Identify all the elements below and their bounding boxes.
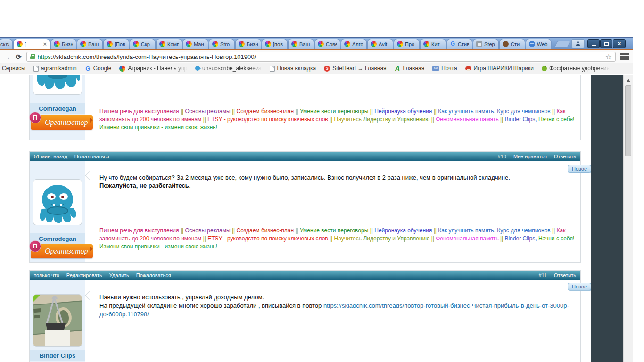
menu-icon[interactable]: [620, 53, 629, 60]
bookmark-star-icon[interactable]: ☆: [605, 52, 612, 61]
tab[interactable]: [Пов: [103, 39, 129, 49]
tab[interactable]: Кит: [420, 39, 446, 49]
vertical-scrollbar[interactable]: [623, 75, 633, 362]
tab[interactable]: Бизн: [50, 39, 76, 49]
tab[interactable]: Web: [526, 39, 552, 49]
bookmark-item[interactable]: GGoogle: [85, 65, 112, 72]
post-header-link[interactable]: Удалить: [109, 272, 129, 278]
tab[interactable]: Сове: [314, 39, 340, 49]
new-tab-button[interactable]: [554, 41, 571, 48]
tab[interactable]: Ман: [182, 39, 208, 49]
signature-link[interactable]: 200: [140, 235, 149, 242]
bookmark-item[interactable]: Аграрник - Панель упр: [119, 65, 187, 72]
signature-link[interactable]: Binder Clips,: [505, 116, 537, 123]
signature-link[interactable]: Феноменальная память: [436, 235, 498, 242]
tab[interactable]: Stro: [209, 39, 235, 49]
tab[interactable]: [×: [13, 39, 50, 49]
post-header-link[interactable]: только что: [34, 272, 59, 278]
forward-button[interactable]: →: [4, 53, 11, 60]
tab[interactable]: Сти: [499, 39, 525, 49]
signature-link[interactable]: Научитесь: [334, 116, 363, 123]
signature-link[interactable]: Научитесь: [334, 235, 363, 242]
bookmark-item[interactable]: ✉Почта: [432, 65, 457, 72]
username[interactable]: Binder Clips: [30, 350, 85, 361]
bookmark-item[interactable]: unsubscribe_alekseeva: [195, 65, 261, 72]
signature-link[interactable]: Феноменальная память: [436, 116, 498, 123]
signature-link[interactable]: Лидерству: [363, 116, 391, 123]
tab-close-icon[interactable]: ×: [43, 42, 47, 47]
tab[interactable]: Скр: [130, 39, 156, 49]
signature-link[interactable]: Создаем бизнес-план: [237, 108, 294, 115]
tab[interactable]: Ваш: [77, 39, 103, 49]
tab[interactable]: Алго: [341, 39, 367, 49]
signature-link[interactable]: человек по именам: [149, 116, 201, 123]
bookmark-label: unsubscribe_alekseeva: [202, 65, 261, 72]
bookmark-item[interactable]: agrarnikadmin: [33, 65, 77, 72]
signature-link[interactable]: Создаем бизнес-план: [237, 227, 294, 234]
tab[interactable]: скла: [0, 39, 13, 49]
tab[interactable]: GСтив: [446, 39, 472, 49]
signature-link[interactable]: Умение вести переговоры: [300, 227, 368, 234]
avatar[interactable]: [33, 294, 82, 347]
signature-link[interactable]: ETSY - руководство по поиску ключевых сл…: [207, 116, 328, 123]
signature-link[interactable]: Умение вести переговоры: [300, 108, 368, 115]
signature-link[interactable]: Нейронаука обучения: [374, 108, 432, 115]
signature-link[interactable]: Пишем речь для выступления: [99, 227, 179, 234]
post-header-link[interactable]: Пожаловаться: [74, 154, 109, 159]
tab[interactable]: Step: [473, 39, 499, 49]
post-header-link[interactable]: Ответить: [554, 272, 576, 278]
bookmark-item[interactable]: Сервисы: [2, 65, 25, 72]
avatar[interactable]: [33, 75, 82, 95]
scrollbar-thumb[interactable]: [625, 85, 631, 156]
close-button[interactable]: ×: [613, 39, 626, 48]
pinwheel-favicon-icon: [344, 41, 350, 47]
tab[interactable]: [пов: [262, 39, 288, 49]
post-header-link[interactable]: Мне нравится: [513, 154, 547, 159]
signature-link[interactable]: Как улучшить память. Курс для чемпионов: [438, 227, 550, 234]
reload-button[interactable]: ⟳: [16, 53, 22, 60]
avatar[interactable]: [33, 179, 82, 225]
tab[interactable]: Бизн: [235, 39, 261, 49]
post-header-left: только чтоРедактироватьУдалитьПожаловать…: [34, 272, 171, 278]
signature-link[interactable]: человек по именам: [149, 235, 201, 242]
maximize-button[interactable]: [600, 39, 612, 48]
bookmark-item[interactable]: Игра ШАРИКИ Шарики: [465, 65, 534, 72]
post-header-link[interactable]: Редактировать: [66, 272, 102, 278]
bookmark-item[interactable]: SSiteHeart → Главная: [324, 65, 386, 72]
address-bar[interactable]: https://skladchik.com/threads/lynda-com-…: [26, 52, 616, 62]
tab[interactable]: Ваш: [288, 39, 314, 49]
signature-link[interactable]: ETSY - руководство по поиску ключевых сл…: [207, 235, 328, 242]
signature-link[interactable]: Нейронаука обучения: [374, 227, 432, 234]
message-bubble-arrow: [85, 291, 93, 299]
tab[interactable]: Про: [394, 39, 420, 49]
bookmark-item[interactable]: Новая вкладка: [270, 65, 316, 72]
scroll-up-arrow-icon[interactable]: [627, 79, 630, 82]
signature-link[interactable]: Как улучшить память. Курс для чемпионов: [438, 108, 550, 115]
bookmark-item[interactable]: AГлавная: [395, 65, 425, 72]
signature-link[interactable]: Управлению: [397, 116, 429, 123]
pinwheel-favicon-icon: [107, 41, 113, 47]
tab[interactable]: Avit: [367, 39, 393, 49]
money-binder-clip-avatar: [33, 295, 82, 346]
signature-link[interactable]: Управлению: [397, 235, 429, 242]
signature-link[interactable]: и: [391, 116, 397, 123]
tab-title: Avit: [379, 41, 390, 47]
minimize-button[interactable]: [587, 39, 600, 48]
browser-window: скла[×БизнВаш[ПовСкрКомпМанStroБизн[повВ…: [0, 37, 633, 362]
signature: Пишем речь для выступления || Основы рек…: [99, 222, 575, 251]
signature-link[interactable]: Пишем речь для выступления: [99, 108, 179, 115]
bookmark-item[interactable]: Фосфатные удобрения: [542, 65, 610, 72]
signature-link[interactable]: Основы рекламы: [185, 227, 230, 234]
signature-link[interactable]: Лидерству: [363, 235, 391, 242]
post-header-link[interactable]: Ответить: [554, 154, 576, 159]
post-header-left: 51 мин. назадПожаловаться: [34, 154, 109, 159]
profile-button[interactable]: [571, 39, 585, 48]
tab[interactable]: Комп: [156, 39, 182, 49]
organizer-badge: П Организатор: [31, 115, 93, 130]
signature-link[interactable]: Binder Clips,: [505, 235, 537, 242]
post-header-link[interactable]: Пожаловаться: [136, 272, 171, 278]
post-header-link[interactable]: 51 мин. назад: [34, 154, 67, 159]
signature-link[interactable]: Основы рекламы: [185, 108, 230, 115]
signature-link[interactable]: и: [391, 235, 397, 242]
signature-link[interactable]: 200: [140, 116, 149, 123]
